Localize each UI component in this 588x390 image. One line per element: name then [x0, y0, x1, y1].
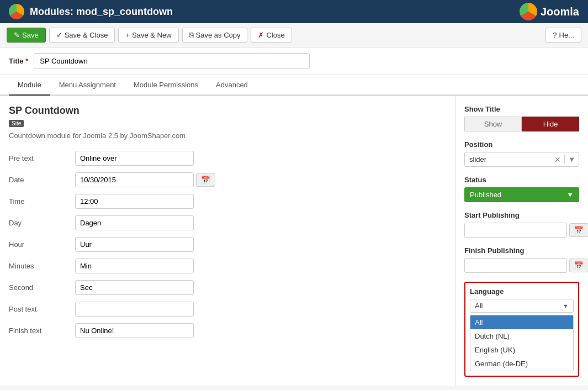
- position-clear-icon[interactable]: ✕: [551, 155, 564, 164]
- start-publishing-section: Start Publishing 📅: [464, 211, 579, 238]
- module-description: Countdown module for Joomla 2.5 by JoomS…: [9, 131, 446, 140]
- minutes-label: Minutes: [9, 262, 75, 270]
- show-button[interactable]: Show: [464, 117, 522, 131]
- finish-publishing-input[interactable]: [464, 258, 567, 273]
- language-section: Language All ▼ All Dutch (NL) English (U…: [464, 282, 579, 377]
- module-display-title: SP Countdown: [9, 105, 446, 117]
- start-publishing-label: Start Publishing: [464, 211, 579, 219]
- finish-text-label: Finish text: [9, 326, 75, 335]
- position-dropdown-icon[interactable]: ▼: [564, 155, 579, 164]
- language-select-display[interactable]: All ▼: [470, 299, 574, 313]
- title-input[interactable]: [34, 53, 310, 69]
- language-dropdown: All Dutch (NL) English (UK) German (de-D…: [470, 315, 574, 371]
- pre-text-input[interactable]: [75, 151, 194, 166]
- toolbar: ✎ Save ✓ Save & Close + Save & New ⎘ Sav…: [0, 23, 588, 48]
- start-publishing-calendar-button[interactable]: 📅: [569, 223, 588, 237]
- tab-module[interactable]: Module: [9, 75, 50, 96]
- show-hide-buttons: Show Hide: [464, 117, 579, 131]
- date-calendar-button[interactable]: 📅: [196, 173, 215, 187]
- finish-text-row: Finish text: [9, 323, 446, 338]
- start-publishing-input-wrap: 📅: [464, 223, 579, 238]
- joomla-text: Joomla: [541, 6, 579, 18]
- hour-input[interactable]: [75, 237, 194, 252]
- position-select-wrap: slider ✕ ▼: [464, 152, 579, 167]
- language-scroll-arrow-icon: ▼: [563, 303, 569, 309]
- checkmark-icon: ✓: [56, 31, 62, 39]
- position-label: Position: [464, 140, 579, 149]
- day-label: Day: [9, 219, 75, 227]
- time-input[interactable]: [75, 194, 194, 209]
- hour-row: Hour: [9, 237, 446, 252]
- post-text-input[interactable]: [75, 302, 194, 317]
- save-and-close-button[interactable]: ✓ Save & Close: [49, 28, 115, 43]
- joomla-icon: [520, 3, 537, 20]
- tab-menu-assignment[interactable]: Menu Assignment: [50, 75, 125, 96]
- second-row: Second: [9, 280, 446, 295]
- header: Modules: mod_sp_countdown Joomla: [0, 0, 588, 23]
- language-option-english[interactable]: English (UK): [470, 343, 573, 357]
- show-title-label: Show Title: [464, 105, 579, 113]
- title-label: Title *: [9, 57, 28, 65]
- date-input-wrap: 📅: [75, 172, 215, 187]
- save-button[interactable]: ✎ Save: [7, 28, 46, 43]
- show-title-section: Show Title Show Hide: [464, 105, 579, 131]
- status-section: Status Published ▼: [464, 176, 579, 202]
- language-option-all[interactable]: All: [470, 315, 573, 329]
- date-input[interactable]: [75, 172, 194, 187]
- minutes-row: Minutes: [9, 259, 446, 273]
- tabs: Module Menu Assignment Module Permission…: [0, 75, 588, 96]
- status-arrow-icon: ▼: [566, 191, 574, 199]
- post-text-row: Post text: [9, 302, 446, 317]
- hour-label: Hour: [9, 240, 75, 249]
- save-icon: ✎: [14, 31, 20, 39]
- day-row: Day: [9, 215, 446, 230]
- pre-text-row: Pre text: [9, 151, 446, 166]
- hide-button[interactable]: Hide: [522, 117, 579, 131]
- finish-publishing-input-wrap: 📅: [464, 258, 579, 273]
- joomla-logo: Joomla: [520, 3, 579, 20]
- time-row: Time: [9, 194, 446, 209]
- date-row: Date 📅: [9, 172, 446, 187]
- post-text-label: Post text: [9, 305, 75, 313]
- question-icon: ?: [553, 31, 557, 39]
- finish-publishing-label: Finish Publishing: [464, 246, 579, 255]
- plus-icon: +: [125, 31, 130, 39]
- day-input[interactable]: [75, 215, 194, 230]
- time-label: Time: [9, 197, 75, 205]
- finish-publishing-section: Finish Publishing 📅: [464, 246, 579, 273]
- pre-text-label: Pre text: [9, 154, 75, 162]
- module-icon: [9, 4, 24, 19]
- help-button[interactable]: ? He...: [545, 28, 581, 43]
- second-label: Second: [9, 283, 75, 292]
- position-value: slider: [465, 152, 551, 166]
- right-panel: Show Title Show Hide Position slider ✕ ▼…: [455, 96, 588, 386]
- second-input[interactable]: [75, 280, 194, 295]
- finish-publishing-calendar-button[interactable]: 📅: [569, 259, 588, 272]
- close-button[interactable]: ✗ Close: [251, 28, 292, 43]
- finish-text-input[interactable]: [75, 323, 194, 338]
- tab-advanced[interactable]: Advanced: [207, 75, 257, 96]
- minutes-input[interactable]: [75, 259, 194, 273]
- language-option-german[interactable]: German (de-DE): [470, 357, 573, 371]
- title-row: Title *: [0, 48, 588, 75]
- position-section: Position slider ✕ ▼: [464, 140, 579, 167]
- header-left: Modules: mod_sp_countdown: [9, 4, 173, 19]
- main-content: SP Countdown Site Countdown module for J…: [0, 96, 588, 386]
- start-publishing-input[interactable]: [464, 223, 567, 238]
- x-icon: ✗: [258, 31, 264, 39]
- header-title: Modules: mod_sp_countdown: [30, 6, 173, 18]
- status-button[interactable]: Published ▼: [464, 187, 579, 202]
- language-option-dutch[interactable]: Dutch (NL): [470, 329, 573, 343]
- site-badge: Site: [9, 120, 24, 127]
- save-copy-button[interactable]: ⎘ Save as Copy: [182, 28, 248, 43]
- date-label: Date: [9, 176, 75, 184]
- left-panel: SP Countdown Site Countdown module for J…: [0, 96, 455, 386]
- status-label: Status: [464, 176, 579, 184]
- save-new-button[interactable]: + Save & New: [118, 28, 178, 43]
- language-label: Language: [470, 287, 574, 296]
- copy-icon: ⎘: [189, 31, 194, 39]
- tab-module-permissions[interactable]: Module Permissions: [125, 75, 207, 96]
